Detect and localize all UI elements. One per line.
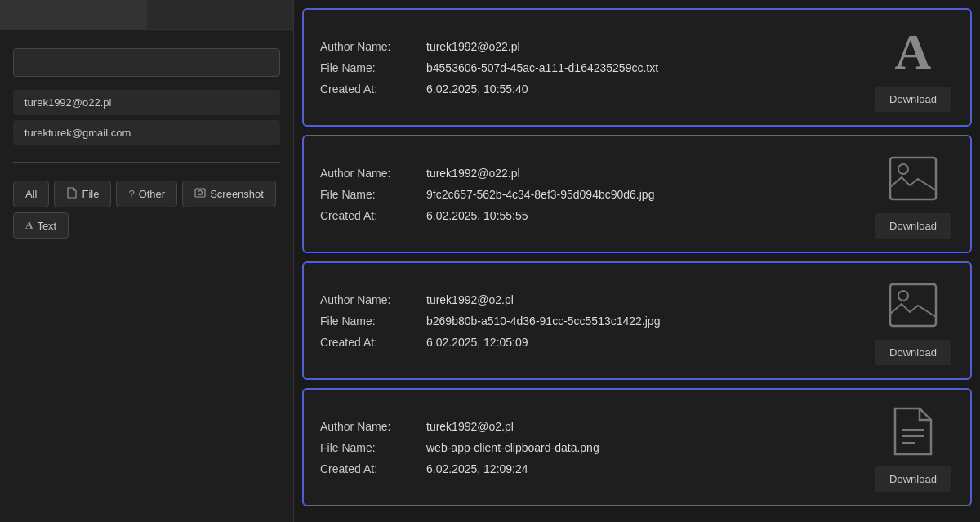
info-row: File Name:9fc2c657-562b-4c34-8ef3-95d094… — [320, 188, 859, 201]
type-label-text: Text — [37, 220, 56, 232]
info-row: File Name:web-app-client-clipboard-data.… — [320, 441, 859, 454]
type-label-all: All — [25, 188, 37, 200]
info-label: Author Name: — [320, 167, 426, 180]
info-value: turek1992@o22.pl — [426, 40, 520, 53]
svg-point-3 — [898, 164, 908, 174]
divider — [13, 162, 280, 163]
sidebar: turek1992@o22.plturekturek@gmail.com All… — [0, 0, 294, 522]
type-btn-file[interactable]: File — [54, 181, 111, 207]
info-label: Created At: — [320, 336, 426, 349]
file-icon-area — [884, 403, 942, 460]
info-value: 6.02.2025, 12:05:09 — [426, 336, 528, 349]
info-row: Author Name:turek1992@o2.pl — [320, 293, 859, 306]
info-row: Author Name:turek1992@o2.pl — [320, 420, 859, 433]
type-btn-all[interactable]: All — [13, 181, 49, 207]
card-info: Author Name:turek1992@o2.plFile Name:b26… — [320, 293, 859, 349]
info-value: 9fc2c657-562b-4c34-8ef3-95d094bc90d6.jpg — [426, 188, 654, 201]
file-icon-area: A — [884, 23, 942, 80]
download-button[interactable]: Download — [875, 340, 951, 365]
card-info: Author Name:turek1992@o22.plFile Name:9f… — [320, 167, 859, 222]
download-button[interactable]: Download — [875, 466, 951, 492]
card-right: Download — [872, 149, 954, 239]
info-row: Created At:6.02.2025, 12:05:09 — [320, 336, 859, 349]
type-btn-screenshot[interactable]: Screenshot — [182, 181, 276, 207]
card-info: Author Name:turek1992@o22.plFile Name:b4… — [320, 40, 859, 96]
file-icon-area — [884, 276, 942, 333]
svg-rect-2 — [890, 158, 936, 199]
info-label: Created At: — [320, 83, 426, 96]
other-icon: ? — [128, 188, 134, 200]
card-info: Author Name:turek1992@o2.plFile Name:web… — [320, 420, 859, 475]
info-label: File Name: — [320, 441, 426, 454]
svg-point-1 — [198, 191, 203, 195]
file-card: Author Name:turek1992@o22.plFile Name:b4… — [302, 8, 972, 127]
file-icon — [66, 187, 78, 201]
filter-section — [0, 30, 293, 83]
info-row: Author Name:turek1992@o22.pl — [320, 40, 859, 53]
download-button[interactable]: Download — [875, 87, 951, 112]
svg-point-5 — [898, 291, 908, 301]
file-list: Author Name:turek1992@o22.plFile Name:b4… — [294, 0, 980, 522]
svg-rect-0 — [195, 189, 205, 197]
user-filter-chip[interactable]: turek1992@o22.pl — [13, 90, 280, 115]
user-filter-chip[interactable]: turekturek@gmail.com — [13, 120, 280, 145]
file-card: Author Name:turek1992@o2.plFile Name:web… — [302, 388, 972, 506]
type-label-screenshot: Screenshot — [210, 188, 264, 200]
filter-toggle-group — [0, 0, 293, 30]
info-row: Created At:6.02.2025, 12:09:24 — [320, 462, 859, 475]
clip-types-grid: AllFile?OtherScreenshotAText — [13, 181, 280, 239]
type-btn-other[interactable]: ?Other — [116, 181, 177, 207]
info-label: File Name: — [320, 61, 426, 74]
info-value: turek1992@o22.pl — [426, 167, 520, 180]
type-btn-text[interactable]: AText — [13, 212, 69, 239]
info-value: 6.02.2025, 10:55:40 — [426, 83, 528, 96]
type-label-file: File — [82, 188, 99, 200]
info-value: b4553606-507d-45ac-a111-d164235259cc.txt — [426, 61, 658, 74]
info-label: Created At: — [320, 209, 426, 222]
screenshot-icon — [194, 187, 206, 201]
svg-rect-4 — [890, 284, 936, 326]
info-label: Author Name: — [320, 40, 426, 53]
card-right: Download — [872, 276, 954, 365]
info-row: File Name:b269b80b-a510-4d36-91cc-5cc551… — [320, 315, 859, 328]
card-right: Download — [872, 403, 954, 492]
text-icon: A — [25, 219, 33, 232]
info-value: turek1992@o2.pl — [426, 420, 514, 433]
search-input[interactable] — [13, 48, 280, 77]
type-label-other: Other — [139, 188, 166, 200]
info-value: web-app-client-clipboard-data.png — [426, 441, 599, 454]
file-icon-area — [884, 149, 942, 207]
file-card: Author Name:turek1992@o2.plFile Name:b26… — [302, 261, 972, 380]
text-file-icon: A — [895, 26, 932, 77]
info-label: File Name: — [320, 188, 426, 201]
info-label: Author Name: — [320, 420, 426, 433]
info-label: File Name: — [320, 315, 426, 328]
info-row: Author Name:turek1992@o22.pl — [320, 167, 859, 180]
info-label: Author Name: — [320, 293, 426, 306]
info-value: b269b80b-a510-4d36-91cc-5cc5513c1422.jpg — [426, 315, 660, 328]
info-row: Created At:6.02.2025, 10:55:40 — [320, 83, 859, 96]
info-value: turek1992@o2.pl — [426, 293, 514, 306]
show-all-button[interactable] — [147, 0, 293, 29]
user-list: turek1992@o22.plturekturek@gmail.com — [0, 83, 293, 152]
info-label: Created At: — [320, 462, 426, 475]
file-card: Author Name:turek1992@o22.plFile Name:9f… — [302, 135, 972, 253]
info-row: Created At:6.02.2025, 10:55:55 — [320, 209, 859, 222]
info-value: 6.02.2025, 10:55:55 — [426, 209, 528, 222]
info-row: File Name:b4553606-507d-45ac-a111-d16423… — [320, 61, 859, 74]
card-right: ADownload — [872, 23, 954, 112]
download-button[interactable]: Download — [875, 213, 951, 239]
info-value: 6.02.2025, 12:09:24 — [426, 462, 528, 475]
show-mine-button[interactable] — [0, 0, 147, 29]
clip-types-section: AllFile?OtherScreenshotAText — [0, 172, 293, 247]
